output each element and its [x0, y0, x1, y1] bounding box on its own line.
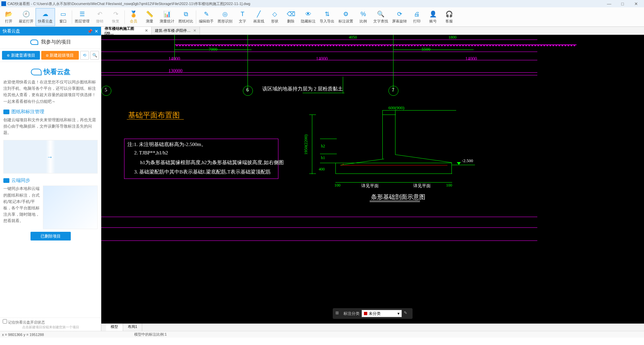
- dim-1800: 1800: [448, 35, 457, 40]
- sidebar-close-icon[interactable]: ✕: [95, 29, 98, 34]
- toolbar-label: 比例: [360, 19, 367, 24]
- new-super-project-button[interactable]: ⧈ 新建超级项目: [41, 51, 79, 60]
- toolbar-icon: 🖨: [413, 10, 421, 18]
- toolbar-删除[interactable]: ⌫删除: [283, 8, 299, 26]
- edit-icon[interactable]: ✎: [404, 310, 410, 317]
- section-manage-title: 图纸和标注管理: [11, 109, 44, 115]
- search-button[interactable]: 🔍: [90, 51, 99, 60]
- close-icon[interactable]: ✕: [193, 28, 196, 33]
- toolbar-icon: ▭: [59, 10, 67, 18]
- dim-14000-left: 14000: [168, 56, 180, 62]
- toolbar-打开[interactable]: 📂打开: [1, 8, 17, 26]
- toolbar-最近打开[interactable]: 🕘最近打开: [17, 8, 36, 26]
- new-normal-project-button[interactable]: ⊕ 新建普通项目: [2, 51, 40, 60]
- annot-category-select[interactable]: 未分类 ▾: [362, 310, 402, 317]
- toolbar-icon: ☰: [78, 10, 86, 18]
- toolbar-label: 图层管理: [75, 19, 90, 24]
- drawing-title: 基础平面布置图: [128, 110, 180, 120]
- toolbar-图层管理[interactable]: ☰图层管理: [73, 8, 92, 26]
- toolbar-label: 快看云盘: [38, 19, 53, 24]
- toolbar-label: 最近打开: [19, 19, 34, 24]
- toolbar-label: 删除: [287, 19, 294, 24]
- toolbar-打印[interactable]: 🖨打印: [409, 8, 425, 26]
- toolbar-icon: 🏅: [129, 10, 138, 18]
- status-coords: x = 9801366 y = 1951288: [2, 333, 44, 337]
- toolbar-快看云盘[interactable]: ☁快看云盘: [36, 8, 55, 26]
- toolbar-icon: 📂: [5, 10, 13, 18]
- toolbar-label: 标注设置: [338, 19, 353, 24]
- toolbar-形状[interactable]: ◇形状: [267, 8, 283, 26]
- sidebar-header: 快看云盘 📌 ✕: [0, 27, 101, 36]
- tab-doc-1[interactable]: 停车楼结构施工图[20…✕: [101, 27, 152, 34]
- maximize-button[interactable]: □: [616, 1, 629, 6]
- soil-text: 该区域的地基持力层为 2 层粉质黏土: [262, 86, 343, 92]
- see-plan-l: 详见平面: [361, 183, 379, 189]
- sidebar-title: 快看云盘: [3, 28, 20, 34]
- toolbar-编辑助手[interactable]: ✎编辑助手: [197, 8, 216, 26]
- toolbar-icon: ✎: [202, 10, 210, 18]
- toolbar-撤销[interactable]: ↶撤销: [92, 8, 108, 26]
- toolbar-窗口[interactable]: ▭窗口: [55, 8, 71, 26]
- note-2: 2. TJBP**,h1/h2: [134, 150, 168, 156]
- status-ratio: 模型中的标注比例:1: [134, 332, 167, 337]
- toolbar-文字[interactable]: T文字: [234, 8, 251, 26]
- toolbar-客服[interactable]: 🎧客服: [441, 8, 457, 26]
- toolbar-icon: ↷: [112, 10, 120, 18]
- toolbar-label: 导入导出: [320, 19, 334, 24]
- close-icon[interactable]: ✕: [145, 28, 148, 33]
- main-toolbar: 📂打开🕘最近打开☁快看云盘▭窗口☰图层管理↶撤销↷恢复🏅会员📏测量📊测量统计⧉图…: [0, 7, 644, 27]
- dim-1950: 1950(2200): [303, 134, 309, 155]
- tab-model[interactable]: 模型: [106, 324, 123, 331]
- tab-doc-2[interactable]: 建筑-停车楼-庐阳停…✕: [152, 27, 200, 34]
- dim-7000: 7000: [209, 47, 217, 52]
- tab-layout1[interactable]: 布局1: [123, 324, 142, 331]
- toolbar-label: 测量统计: [160, 19, 174, 24]
- dim-130000: 130000: [168, 68, 182, 74]
- toolbar-会员[interactable]: 🏅会员: [125, 8, 142, 26]
- toolbar-文字查找[interactable]: 🔍文字查找: [371, 8, 390, 26]
- toolbar-label: 测量: [146, 19, 153, 24]
- toolbar-导入导出[interactable]: ⇅导入导出: [318, 8, 336, 26]
- toolbar-label: 撤销: [96, 19, 103, 24]
- cloud-description: 欢迎使用快看云盘！在这里您不仅可以同步图纸和标注到手机、电脑等各个平台，还可以分…: [3, 79, 98, 105]
- toolbar-图纸对比[interactable]: ⧉图纸对比: [176, 8, 195, 26]
- toolbar-画直线[interactable]: ╱画直线: [251, 8, 267, 26]
- toolbar-标注设置[interactable]: ⚙标注设置: [336, 8, 355, 26]
- toolbar-icon: ⧉: [182, 10, 190, 18]
- sidebar-hint: 点击新建项目按钮来创建您第一个项目: [3, 325, 98, 330]
- deleted-projects-button[interactable]: 已删除项目: [31, 232, 71, 240]
- toolbar-icon: 📊: [163, 10, 171, 18]
- close-button[interactable]: ✕: [629, 1, 643, 6]
- grid-icon[interactable]: ⊞: [335, 310, 341, 317]
- toolbar-隐藏标注[interactable]: 👁隐藏标注: [299, 8, 318, 26]
- sidebar-pin-icon[interactable]: 📌: [87, 29, 93, 34]
- cad-canvas[interactable]: 7000 5500 4050 1800 14000 14000 14000 13…: [101, 35, 644, 324]
- manage-illustration: →: [3, 140, 98, 174]
- toolbar-账号[interactable]: 👤账号: [425, 8, 441, 26]
- toolbar-比例[interactable]: %比例: [355, 8, 371, 26]
- main-area: 停车楼结构施工图[20…✕ 建筑-停车楼-庐阳停…✕ 7000 5500 405…: [101, 27, 644, 331]
- annotation-floatbar: ⊞ 标注分类 未分类 ▾ ✎: [333, 308, 413, 319]
- toolbar-图形识别[interactable]: ◎图形识别: [216, 8, 234, 26]
- toolbar-屏幕旋转[interactable]: ⟳屏幕旋转: [390, 8, 409, 26]
- toolbar-测量统计[interactable]: 📊测量统计: [158, 8, 176, 26]
- toolbar-label: 图形识别: [218, 19, 232, 24]
- toolbar-icon: ◎: [221, 10, 229, 18]
- toolbar-恢复[interactable]: ↷恢复: [108, 8, 124, 26]
- toolbar-icon: %: [359, 10, 367, 18]
- toolbar-label: 账号: [429, 19, 437, 24]
- remember-state-checkbox[interactable]: 记住快看云盘开启状态: [3, 320, 45, 324]
- toolbar-label: 恢复: [112, 19, 119, 24]
- cloud-icon: [30, 40, 38, 45]
- dim-100-r: 100: [446, 183, 452, 188]
- dim-100-l: 100: [334, 183, 340, 188]
- annot-label: 标注分类: [343, 311, 360, 317]
- toolbar-测量[interactable]: 📏测量: [142, 8, 158, 26]
- window-title: CAD快速看图 - C:\Users\兽人永不加班\Documents\WeCh…: [7, 1, 250, 6]
- toolbar-icon: 👤: [429, 10, 437, 18]
- minimize-button[interactable]: —: [602, 1, 616, 6]
- toolbar-icon: 🎧: [445, 10, 453, 18]
- refresh-button[interactable]: ⟲: [80, 51, 89, 60]
- axis-6: 6: [246, 87, 249, 93]
- dim-14000-mid: 14000: [316, 56, 328, 62]
